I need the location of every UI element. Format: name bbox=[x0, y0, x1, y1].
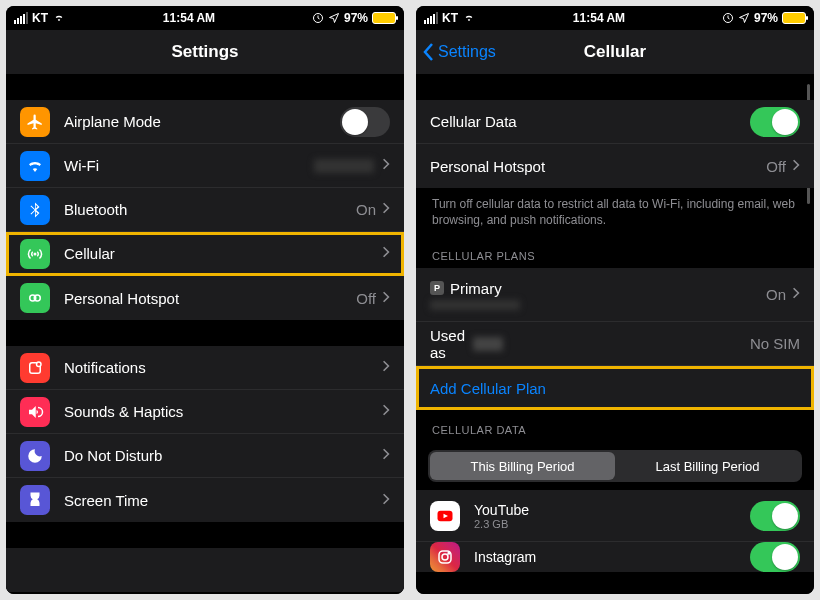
chevron-right-icon bbox=[382, 447, 390, 464]
row-truncated bbox=[6, 548, 404, 592]
row-personal-hotspot[interactable]: Personal Hotspot Off bbox=[416, 144, 814, 188]
row-cellular-data[interactable]: Cellular Data bbox=[416, 100, 814, 144]
cellular-icon bbox=[20, 239, 50, 269]
wifi-label: Wi-Fi bbox=[64, 157, 314, 174]
used-as-blurred bbox=[473, 337, 503, 351]
battery-percent-label: 97% bbox=[344, 11, 368, 25]
row-bluetooth[interactable]: Bluetooth On bbox=[6, 188, 404, 232]
screentime-label: Screen Time bbox=[64, 492, 382, 509]
row-notifications[interactable]: Notifications bbox=[6, 346, 404, 390]
cellular-list[interactable]: Cellular Data Personal Hotspot Off Turn … bbox=[416, 74, 814, 594]
bluetooth-value: On bbox=[356, 201, 376, 218]
cellular-data-toggle[interactable] bbox=[750, 107, 800, 137]
add-cellular-plan-label: Add Cellular Plan bbox=[430, 380, 800, 397]
row-add-cellular-plan[interactable]: Add Cellular Plan bbox=[416, 366, 814, 410]
signal-bars-icon bbox=[14, 12, 28, 24]
back-label: Settings bbox=[438, 43, 496, 61]
cellular-plans-header: CELLULAR PLANS bbox=[416, 236, 814, 268]
youtube-icon bbox=[430, 501, 460, 531]
svg-point-5 bbox=[37, 362, 42, 367]
battery-icon bbox=[372, 12, 396, 24]
page-title: Settings bbox=[171, 42, 238, 62]
back-button[interactable]: Settings bbox=[422, 42, 496, 62]
row-sounds-haptics[interactable]: Sounds & Haptics bbox=[6, 390, 404, 434]
youtube-toggle[interactable] bbox=[750, 501, 800, 531]
cellular-label: Cellular bbox=[64, 245, 382, 262]
instagram-toggle[interactable] bbox=[750, 542, 800, 572]
row-wifi[interactable]: Wi-Fi bbox=[6, 144, 404, 188]
bluetooth-label: Bluetooth bbox=[64, 201, 356, 218]
primary-badge: P bbox=[430, 281, 444, 295]
seg-this-period[interactable]: This Billing Period bbox=[430, 452, 615, 480]
primary-value: On bbox=[766, 286, 786, 303]
primary-number-blurred bbox=[430, 300, 520, 310]
carrier-label: KT bbox=[32, 11, 48, 25]
row-primary-plan[interactable]: P Primary On bbox=[416, 268, 814, 322]
signal-bars-icon bbox=[424, 12, 438, 24]
row-do-not-disturb[interactable]: Do Not Disturb bbox=[6, 434, 404, 478]
chevron-right-icon bbox=[792, 286, 800, 303]
wifi-icon bbox=[462, 13, 476, 23]
chevron-right-icon bbox=[382, 359, 390, 376]
instagram-label: Instagram bbox=[474, 549, 750, 565]
notifications-icon bbox=[20, 353, 50, 383]
cellular-data-header: CELLULAR DATA bbox=[416, 410, 814, 442]
nav-bar: Settings Cellular bbox=[416, 30, 814, 74]
row-app-instagram[interactable]: Instagram bbox=[416, 542, 814, 572]
status-bar: KT 11:54 AM 97% bbox=[6, 6, 404, 30]
dnd-icon bbox=[20, 441, 50, 471]
cellular-screen: KT 11:54 AM 97% Settings Cellular Cellul… bbox=[416, 6, 814, 594]
row-personal-hotspot[interactable]: Personal Hotspot Off bbox=[6, 276, 404, 320]
wifi-value-blurred bbox=[314, 159, 374, 173]
chevron-left-icon bbox=[422, 42, 436, 62]
dnd-label: Do Not Disturb bbox=[64, 447, 382, 464]
bluetooth-icon bbox=[20, 195, 50, 225]
nav-bar: Settings bbox=[6, 30, 404, 74]
carrier-label: KT bbox=[442, 11, 458, 25]
alarm-icon bbox=[312, 12, 324, 24]
wifi-settings-icon bbox=[20, 151, 50, 181]
sounds-label: Sounds & Haptics bbox=[64, 403, 382, 420]
row-used-as[interactable]: Used as No SIM bbox=[416, 322, 814, 366]
svg-point-10 bbox=[448, 553, 450, 555]
wifi-icon bbox=[52, 13, 66, 23]
page-title: Cellular bbox=[584, 42, 646, 62]
settings-screen: KT 11:54 AM 97% Settings Airplane Mode W… bbox=[6, 6, 404, 594]
chevron-right-icon bbox=[382, 157, 390, 174]
hotspot-icon bbox=[20, 283, 50, 313]
airplane-toggle[interactable] bbox=[340, 107, 390, 137]
battery-percent-label: 97% bbox=[754, 11, 778, 25]
cellular-data-label: Cellular Data bbox=[430, 113, 750, 130]
sounds-icon bbox=[20, 397, 50, 427]
chevron-right-icon bbox=[792, 158, 800, 175]
chevron-right-icon bbox=[382, 290, 390, 307]
chevron-right-icon bbox=[382, 403, 390, 420]
screentime-icon bbox=[20, 485, 50, 515]
clock-label: 11:54 AM bbox=[573, 11, 625, 25]
chevron-right-icon bbox=[382, 201, 390, 218]
alarm-icon bbox=[722, 12, 734, 24]
status-bar: KT 11:54 AM 97% bbox=[416, 6, 814, 30]
hotspot-label: Personal Hotspot bbox=[64, 290, 356, 307]
chevron-right-icon bbox=[382, 492, 390, 509]
row-app-youtube[interactable]: YouTube 2.3 GB bbox=[416, 490, 814, 542]
svg-point-9 bbox=[442, 554, 448, 560]
seg-last-period[interactable]: Last Billing Period bbox=[615, 452, 800, 480]
svg-point-1 bbox=[34, 253, 36, 255]
notifications-label: Notifications bbox=[64, 359, 382, 376]
row-screen-time[interactable]: Screen Time bbox=[6, 478, 404, 522]
clock-label: 11:54 AM bbox=[163, 11, 215, 25]
hotspot-label: Personal Hotspot bbox=[430, 158, 766, 175]
settings-list[interactable]: Airplane Mode Wi-Fi Bluetooth On Cellula… bbox=[6, 74, 404, 594]
location-icon bbox=[328, 12, 340, 24]
location-icon bbox=[738, 12, 750, 24]
row-airplane-mode[interactable]: Airplane Mode bbox=[6, 100, 404, 144]
instagram-icon bbox=[430, 542, 460, 572]
row-cellular[interactable]: Cellular bbox=[6, 232, 404, 276]
battery-icon bbox=[782, 12, 806, 24]
cellular-data-note: Turn off cellular data to restrict all d… bbox=[416, 188, 814, 236]
airplane-icon bbox=[20, 107, 50, 137]
used-as-label: Used as bbox=[430, 327, 465, 361]
billing-period-segmented[interactable]: This Billing Period Last Billing Period bbox=[428, 450, 802, 482]
used-as-value: No SIM bbox=[750, 335, 800, 352]
